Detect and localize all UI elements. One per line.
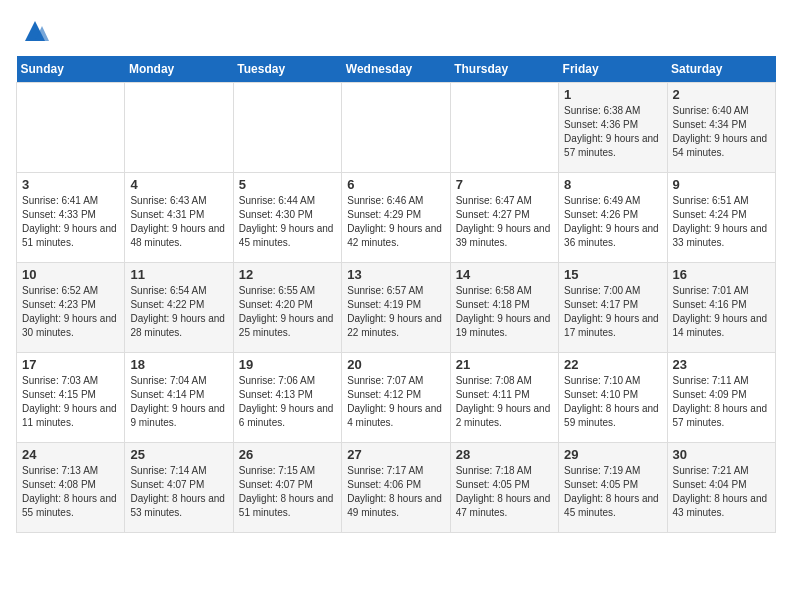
day-info: Sunrise: 7:11 AM Sunset: 4:09 PM Dayligh… <box>673 374 770 430</box>
day-cell: 23Sunrise: 7:11 AM Sunset: 4:09 PM Dayli… <box>667 353 775 443</box>
day-cell: 28Sunrise: 7:18 AM Sunset: 4:05 PM Dayli… <box>450 443 558 533</box>
day-cell: 4Sunrise: 6:43 AM Sunset: 4:31 PM Daylig… <box>125 173 233 263</box>
day-number: 8 <box>564 177 661 192</box>
day-number: 10 <box>22 267 119 282</box>
day-cell: 2Sunrise: 6:40 AM Sunset: 4:34 PM Daylig… <box>667 83 775 173</box>
day-cell: 30Sunrise: 7:21 AM Sunset: 4:04 PM Dayli… <box>667 443 775 533</box>
day-number: 23 <box>673 357 770 372</box>
day-cell: 16Sunrise: 7:01 AM Sunset: 4:16 PM Dayli… <box>667 263 775 353</box>
header-cell-saturday: Saturday <box>667 56 775 83</box>
day-cell <box>125 83 233 173</box>
day-number: 24 <box>22 447 119 462</box>
day-cell: 3Sunrise: 6:41 AM Sunset: 4:33 PM Daylig… <box>17 173 125 263</box>
header-cell-monday: Monday <box>125 56 233 83</box>
header-cell-wednesday: Wednesday <box>342 56 450 83</box>
day-number: 11 <box>130 267 227 282</box>
day-cell: 18Sunrise: 7:04 AM Sunset: 4:14 PM Dayli… <box>125 353 233 443</box>
page-header <box>16 16 776 46</box>
day-number: 1 <box>564 87 661 102</box>
day-cell: 21Sunrise: 7:08 AM Sunset: 4:11 PM Dayli… <box>450 353 558 443</box>
day-cell: 12Sunrise: 6:55 AM Sunset: 4:20 PM Dayli… <box>233 263 341 353</box>
day-cell: 14Sunrise: 6:58 AM Sunset: 4:18 PM Dayli… <box>450 263 558 353</box>
day-number: 4 <box>130 177 227 192</box>
day-cell <box>342 83 450 173</box>
day-cell: 29Sunrise: 7:19 AM Sunset: 4:05 PM Dayli… <box>559 443 667 533</box>
day-info: Sunrise: 7:13 AM Sunset: 4:08 PM Dayligh… <box>22 464 119 520</box>
day-number: 22 <box>564 357 661 372</box>
day-number: 2 <box>673 87 770 102</box>
day-info: Sunrise: 6:38 AM Sunset: 4:36 PM Dayligh… <box>564 104 661 160</box>
day-cell: 25Sunrise: 7:14 AM Sunset: 4:07 PM Dayli… <box>125 443 233 533</box>
day-cell: 19Sunrise: 7:06 AM Sunset: 4:13 PM Dayli… <box>233 353 341 443</box>
day-cell: 1Sunrise: 6:38 AM Sunset: 4:36 PM Daylig… <box>559 83 667 173</box>
day-number: 15 <box>564 267 661 282</box>
day-info: Sunrise: 7:08 AM Sunset: 4:11 PM Dayligh… <box>456 374 553 430</box>
day-cell <box>17 83 125 173</box>
day-info: Sunrise: 6:54 AM Sunset: 4:22 PM Dayligh… <box>130 284 227 340</box>
day-cell: 5Sunrise: 6:44 AM Sunset: 4:30 PM Daylig… <box>233 173 341 263</box>
week-row-4: 17Sunrise: 7:03 AM Sunset: 4:15 PM Dayli… <box>17 353 776 443</box>
day-info: Sunrise: 7:06 AM Sunset: 4:13 PM Dayligh… <box>239 374 336 430</box>
day-cell: 24Sunrise: 7:13 AM Sunset: 4:08 PM Dayli… <box>17 443 125 533</box>
day-number: 12 <box>239 267 336 282</box>
day-number: 13 <box>347 267 444 282</box>
day-info: Sunrise: 6:40 AM Sunset: 4:34 PM Dayligh… <box>673 104 770 160</box>
day-number: 26 <box>239 447 336 462</box>
day-cell: 17Sunrise: 7:03 AM Sunset: 4:15 PM Dayli… <box>17 353 125 443</box>
day-cell: 10Sunrise: 6:52 AM Sunset: 4:23 PM Dayli… <box>17 263 125 353</box>
calendar-header: SundayMondayTuesdayWednesdayThursdayFrid… <box>17 56 776 83</box>
logo-icon <box>20 16 50 46</box>
day-info: Sunrise: 6:51 AM Sunset: 4:24 PM Dayligh… <box>673 194 770 250</box>
day-info: Sunrise: 6:47 AM Sunset: 4:27 PM Dayligh… <box>456 194 553 250</box>
day-number: 5 <box>239 177 336 192</box>
week-row-5: 24Sunrise: 7:13 AM Sunset: 4:08 PM Dayli… <box>17 443 776 533</box>
day-cell: 15Sunrise: 7:00 AM Sunset: 4:17 PM Dayli… <box>559 263 667 353</box>
day-number: 27 <box>347 447 444 462</box>
day-info: Sunrise: 6:46 AM Sunset: 4:29 PM Dayligh… <box>347 194 444 250</box>
day-cell: 11Sunrise: 6:54 AM Sunset: 4:22 PM Dayli… <box>125 263 233 353</box>
day-cell <box>450 83 558 173</box>
day-info: Sunrise: 7:07 AM Sunset: 4:12 PM Dayligh… <box>347 374 444 430</box>
header-cell-sunday: Sunday <box>17 56 125 83</box>
day-info: Sunrise: 6:43 AM Sunset: 4:31 PM Dayligh… <box>130 194 227 250</box>
day-cell: 7Sunrise: 6:47 AM Sunset: 4:27 PM Daylig… <box>450 173 558 263</box>
header-cell-friday: Friday <box>559 56 667 83</box>
day-info: Sunrise: 7:17 AM Sunset: 4:06 PM Dayligh… <box>347 464 444 520</box>
day-cell: 22Sunrise: 7:10 AM Sunset: 4:10 PM Dayli… <box>559 353 667 443</box>
header-cell-tuesday: Tuesday <box>233 56 341 83</box>
day-number: 9 <box>673 177 770 192</box>
day-cell <box>233 83 341 173</box>
day-info: Sunrise: 7:15 AM Sunset: 4:07 PM Dayligh… <box>239 464 336 520</box>
day-number: 30 <box>673 447 770 462</box>
day-number: 6 <box>347 177 444 192</box>
day-number: 20 <box>347 357 444 372</box>
day-info: Sunrise: 7:10 AM Sunset: 4:10 PM Dayligh… <box>564 374 661 430</box>
logo <box>16 16 50 46</box>
day-info: Sunrise: 7:03 AM Sunset: 4:15 PM Dayligh… <box>22 374 119 430</box>
day-info: Sunrise: 7:00 AM Sunset: 4:17 PM Dayligh… <box>564 284 661 340</box>
week-row-1: 1Sunrise: 6:38 AM Sunset: 4:36 PM Daylig… <box>17 83 776 173</box>
day-cell: 27Sunrise: 7:17 AM Sunset: 4:06 PM Dayli… <box>342 443 450 533</box>
header-cell-thursday: Thursday <box>450 56 558 83</box>
day-info: Sunrise: 6:58 AM Sunset: 4:18 PM Dayligh… <box>456 284 553 340</box>
day-info: Sunrise: 7:19 AM Sunset: 4:05 PM Dayligh… <box>564 464 661 520</box>
day-number: 28 <box>456 447 553 462</box>
day-number: 19 <box>239 357 336 372</box>
day-cell: 13Sunrise: 6:57 AM Sunset: 4:19 PM Dayli… <box>342 263 450 353</box>
day-number: 25 <box>130 447 227 462</box>
header-row: SundayMondayTuesdayWednesdayThursdayFrid… <box>17 56 776 83</box>
day-cell: 20Sunrise: 7:07 AM Sunset: 4:12 PM Dayli… <box>342 353 450 443</box>
day-number: 16 <box>673 267 770 282</box>
day-info: Sunrise: 6:55 AM Sunset: 4:20 PM Dayligh… <box>239 284 336 340</box>
day-info: Sunrise: 6:44 AM Sunset: 4:30 PM Dayligh… <box>239 194 336 250</box>
day-info: Sunrise: 7:21 AM Sunset: 4:04 PM Dayligh… <box>673 464 770 520</box>
day-number: 3 <box>22 177 119 192</box>
day-number: 18 <box>130 357 227 372</box>
day-info: Sunrise: 7:18 AM Sunset: 4:05 PM Dayligh… <box>456 464 553 520</box>
day-info: Sunrise: 7:04 AM Sunset: 4:14 PM Dayligh… <box>130 374 227 430</box>
day-number: 17 <box>22 357 119 372</box>
day-info: Sunrise: 6:57 AM Sunset: 4:19 PM Dayligh… <box>347 284 444 340</box>
day-number: 29 <box>564 447 661 462</box>
day-cell: 9Sunrise: 6:51 AM Sunset: 4:24 PM Daylig… <box>667 173 775 263</box>
day-info: Sunrise: 6:41 AM Sunset: 4:33 PM Dayligh… <box>22 194 119 250</box>
